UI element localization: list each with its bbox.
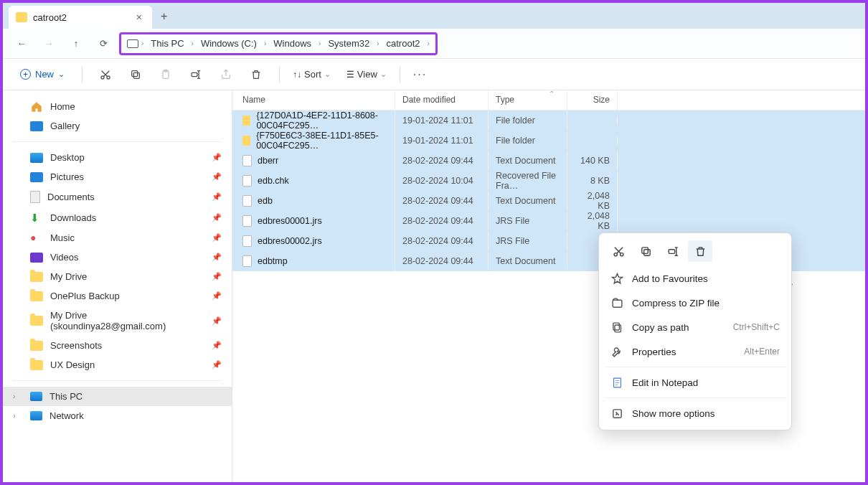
pin-icon[interactable]: 📌 <box>212 233 222 242</box>
file-type: File folder <box>489 131 567 150</box>
new-label: New <box>35 69 54 80</box>
new-tab-button[interactable]: + <box>152 4 176 29</box>
rename-icon[interactable] <box>661 240 685 262</box>
delete-icon[interactable] <box>246 65 266 85</box>
copypath-icon <box>610 321 623 334</box>
context-menu-item[interactable]: Compress to ZIP file <box>603 291 787 315</box>
context-menu-item[interactable]: Copy as pathCtrl+Shift+C <box>603 315 787 339</box>
sidebar-item[interactable]: Videos📌 <box>3 248 232 267</box>
chevron-right-icon[interactable]: › <box>13 392 23 400</box>
refresh-button[interactable]: ⟳ <box>92 33 115 55</box>
cut-icon[interactable] <box>606 240 631 262</box>
svg-rect-12 <box>613 300 622 307</box>
view-button[interactable]: ☰ View ⌄ <box>346 69 387 80</box>
sidebar-item[interactable]: Screenshots📌 <box>3 336 232 355</box>
file-row[interactable]: edb.chk28-02-2024 10:04Recovered File Fr… <box>232 171 865 191</box>
file-date: 19-01-2024 11:01 <box>395 131 489 150</box>
up-button[interactable]: ↑ <box>65 33 88 55</box>
notepad-icon <box>610 376 623 389</box>
sidebar-item[interactable]: My Drive📌 <box>3 267 232 286</box>
sidebar-item-label: My Drive <box>50 271 87 282</box>
sidebar-item[interactable]: Desktop📌 <box>3 148 232 167</box>
file-type: Text Document <box>489 252 567 270</box>
file-row[interactable]: {F750E6C3-38EE-11D1-85E5-00C04FC295…19-0… <box>232 131 865 151</box>
breadcrumb-item[interactable]: This PC <box>146 37 188 50</box>
chevron-right-icon[interactable]: › <box>13 412 23 420</box>
file-date: 28-02-2024 10:04 <box>395 171 489 190</box>
sidebar-item-label: Home <box>50 101 75 112</box>
sidebar-item[interactable]: ›This PC <box>3 387 232 406</box>
file-date: 28-02-2024 09:44 <box>395 212 489 230</box>
share-icon[interactable] <box>216 65 236 85</box>
sidebar-item[interactable]: UX Design📌 <box>3 355 232 375</box>
file-row[interactable]: edb28-02-2024 09:44Text Document2,048 KB <box>232 191 865 211</box>
new-button[interactable]: + New ⌄ <box>16 66 69 83</box>
delete-icon[interactable] <box>688 240 712 262</box>
address-bar-row: ← → ↑ ⟳ › This PC › Windows (C:) › Windo… <box>3 29 865 59</box>
sidebar-item-label: OnePlus Backup <box>50 291 120 301</box>
file-name: edbres00001.jrs <box>258 216 322 226</box>
shortcut-label: Ctrl+Shift+C <box>733 322 780 332</box>
context-menu-item[interactable]: Show more options <box>603 401 787 425</box>
file-row[interactable]: edbres00001.jrs28-02-2024 09:44JRS File2… <box>232 211 865 231</box>
pin-icon[interactable]: 📌 <box>212 172 222 182</box>
chevron-up-icon[interactable]: ⌃ <box>549 90 555 98</box>
pin-icon[interactable]: 📌 <box>212 341 222 350</box>
file-name: {F750E6C3-38EE-11D1-85E5-00C04FC295… <box>256 131 387 151</box>
separator <box>605 367 786 367</box>
svg-rect-6 <box>192 72 197 76</box>
chevron-right-icon: › <box>141 39 143 47</box>
sidebar-item[interactable]: ⬇Downloads📌 <box>3 207 232 227</box>
context-menu-item[interactable]: Edit in Notepad <box>603 370 787 395</box>
forward-button[interactable]: → <box>37 33 60 55</box>
sort-label: Sort <box>304 69 321 80</box>
tab-bar: catroot2 × + <box>3 3 865 29</box>
close-tab-icon[interactable]: × <box>133 10 145 24</box>
pin-icon[interactable]: 📌 <box>212 153 222 162</box>
sidebar-item[interactable]: Gallery <box>3 116 232 136</box>
paste-icon[interactable] <box>156 65 176 85</box>
sidebar-item[interactable]: ›Network <box>3 406 232 425</box>
file-date: 28-02-2024 09:44 <box>395 232 489 250</box>
column-size[interactable]: Size <box>567 90 618 110</box>
sidebar-item[interactable]: My Drive (skoundinya28@gmail.com)📌 <box>3 306 232 336</box>
sidebar-item-label: This PC <box>49 391 82 402</box>
chevron-right-icon: › <box>319 39 321 47</box>
sort-button[interactable]: ↑↓ Sort ⌄ <box>293 69 331 80</box>
column-type[interactable]: Type <box>489 90 567 110</box>
sidebar-item[interactable]: Pictures📌 <box>3 167 232 187</box>
sidebar-item[interactable]: ●Music📌 <box>3 227 232 248</box>
sidebar-item[interactable]: OnePlus Backup📌 <box>3 286 232 306</box>
context-menu-item[interactable]: Add to Favourites <box>603 266 787 291</box>
pin-icon[interactable]: 📌 <box>212 192 222 202</box>
column-headers[interactable]: ⌃ Name Date modified Type Size <box>232 90 865 110</box>
pin-icon[interactable]: 📌 <box>212 291 222 301</box>
pin-icon[interactable]: 📌 <box>212 253 222 262</box>
copy-icon[interactable] <box>126 65 146 85</box>
breadcrumb-item[interactable]: System32 <box>324 37 374 50</box>
breadcrumb-item[interactable]: catroot2 <box>382 37 425 50</box>
file-size <box>567 136 618 145</box>
rename-icon[interactable] <box>186 65 206 85</box>
file-type: JRS File <box>489 232 567 250</box>
file-name: dberr <box>258 156 278 166</box>
pin-icon[interactable]: 📌 <box>212 213 222 222</box>
back-button[interactable]: ← <box>10 33 33 55</box>
breadcrumb[interactable]: › This PC › Windows (C:) › Windows › Sys… <box>119 32 438 55</box>
breadcrumb-item[interactable]: Windows (C:) <box>197 37 261 50</box>
context-menu-item[interactable]: PropertiesAlt+Enter <box>603 339 787 364</box>
shortcut-label: Alt+Enter <box>744 347 780 357</box>
copy-icon[interactable] <box>633 240 658 262</box>
file-date: 28-02-2024 09:44 <box>395 192 489 210</box>
cut-icon[interactable] <box>95 65 115 85</box>
pin-icon[interactable]: 📌 <box>212 360 222 369</box>
column-name[interactable]: Name <box>232 90 395 110</box>
tab-catroot2[interactable]: catroot2 × <box>9 6 152 29</box>
pin-icon[interactable]: 📌 <box>212 316 222 326</box>
breadcrumb-item[interactable]: Windows <box>269 37 316 50</box>
more-button[interactable]: ··· <box>413 68 427 81</box>
column-date[interactable]: Date modified <box>395 90 489 110</box>
sidebar-item[interactable]: Home <box>3 96 232 116</box>
sidebar-item[interactable]: Documents📌 <box>3 187 232 207</box>
pin-icon[interactable]: 📌 <box>212 272 222 281</box>
